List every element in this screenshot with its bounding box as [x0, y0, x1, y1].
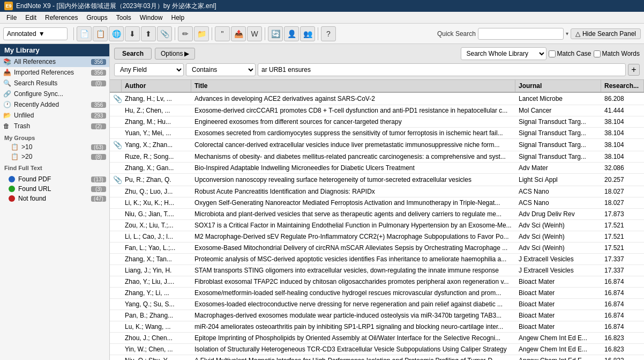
match-case-checkbox[interactable]	[549, 50, 556, 57]
attach-btn[interactable]: 📎	[157, 26, 172, 41]
journal-cell: Angew Chem Int Ed E...	[515, 333, 601, 343]
table-row[interactable]: Zhao, Y.; Liu, J....Fibroblast exosomal …	[110, 276, 644, 288]
author-cell: Fan, L.; Yao, L.;...	[122, 243, 191, 253]
quick-search-input[interactable]	[478, 28, 564, 40]
table-row[interactable]: Zhang, Y.; Li, ...Exosome/metformin-load…	[110, 288, 644, 299]
sidebar-item-found-url[interactable]: Found URL (3)	[0, 184, 109, 194]
menu-references[interactable]: References	[41, 13, 82, 23]
cite-btn[interactable]: "	[215, 26, 230, 41]
search-whole-library-select[interactable]: Search Whole Library	[461, 47, 546, 60]
new-ref-btn[interactable]: 📄	[77, 26, 92, 41]
table-row[interactable]: Liang, J.; Yin, H.STAM transports STING …	[110, 265, 644, 276]
journal-cell: Bioact Mater	[515, 321, 601, 332]
menu-groups[interactable]: Groups	[82, 13, 111, 23]
header-title[interactable]: Title	[191, 80, 515, 92]
title-cell: Oxygen Self-Generating Nanoreactor Media…	[191, 197, 515, 208]
match-words-label[interactable]: Match Words	[594, 50, 640, 57]
author-cell: Yin, W.; Chen, ...	[122, 344, 191, 355]
title-cell: SOX17 is a Critical Factor in Maintainin…	[191, 220, 515, 231]
upload-btn[interactable]: ⬆	[141, 26, 156, 41]
header-journal[interactable]: Journal	[515, 80, 601, 92]
sidebar-item-imported-references[interactable]: 📥 Imported References 356	[0, 67, 109, 78]
table-row[interactable]: Yuan, Y.; Mei, ...Exosomes secreted from…	[110, 128, 644, 139]
sync-btn[interactable]: 🔄	[268, 26, 283, 41]
table-row[interactable]: Yang, Q.; Su, S...Exosomes-loaded electr…	[110, 299, 644, 310]
header-research[interactable]: Research...	[601, 80, 644, 92]
match-words-checkbox[interactable]	[594, 50, 601, 57]
table-row[interactable]: 📎Pu, R.; Zhan, Q.Upconversion nanoscopy …	[110, 174, 644, 186]
table-row[interactable]: 📎Zhang, H.; Lv, ...Advances in developin…	[110, 93, 644, 105]
sep3	[212, 27, 212, 40]
add-row-button[interactable]: +	[628, 64, 640, 76]
sidebar-item-search-results[interactable]: 🔍 Search Results (0)	[0, 78, 109, 89]
not-found-label: Not found	[18, 195, 91, 202]
field-select[interactable]: Any Field Author Title	[114, 63, 184, 76]
sidebar-item-unfiled[interactable]: 📂 Unfiled 293	[0, 110, 109, 121]
table-row[interactable]: Yin, W.; Chen, ...Isolation of Structura…	[110, 344, 644, 355]
title-cell: STAM transports STING oligomers into ext…	[191, 265, 515, 276]
edit-btn[interactable]: ✏	[178, 26, 193, 41]
table-row[interactable]: Pan, B.; Zhang...Macrophages-derived exo…	[110, 310, 644, 321]
table-row[interactable]: Ruze, R.; Song...Mechanisms of obesity- …	[110, 151, 644, 163]
sidebar-item-all-references[interactable]: 📚 All References 356	[0, 56, 109, 67]
menu-edit[interactable]: Edit	[21, 13, 41, 23]
table-row[interactable]: 📎Yang, X.; Zhan...Colorectal cancer-deri…	[110, 139, 644, 151]
share-btn[interactable]: 👤	[284, 26, 299, 41]
word-btn[interactable]: W	[247, 26, 262, 41]
options-button[interactable]: Options ▶	[155, 48, 195, 60]
sidebar-item-found-pdf[interactable]: Found PDF (13)	[0, 174, 109, 184]
sidebar-group-gt10[interactable]: 📋 >10 (63)	[0, 142, 109, 152]
sidebar: My Library 📚 All References 356 📥 Import…	[0, 44, 110, 360]
table-row[interactable]: Li, K.; Xu, K.; H...Oxygen Self-Generati…	[110, 197, 644, 209]
table-row[interactable]: Zhu, Q.; Luo, J...Robust Acute Pancreati…	[110, 186, 644, 197]
group-share-btn[interactable]: 👥	[300, 26, 315, 41]
header-author[interactable]: Author	[122, 80, 191, 92]
table-row[interactable]: Li, L.; Cao, J.; l...M2 Macrophage-Deriv…	[110, 231, 644, 243]
table-row[interactable]: Zhou, J.; Chen...Epitope Imprinting of P…	[110, 333, 644, 344]
table-row[interactable]: Zhang, M.; Hu...Engineered exosomes from…	[110, 116, 644, 128]
journal-cell: Adv Sci (Weinh)	[515, 243, 601, 253]
table-row[interactable]: Zou, X.; Liu, T.;...SOX17 is a Critical …	[110, 220, 644, 231]
header-icon[interactable]	[110, 80, 122, 92]
table-row[interactable]: Lu, K.; Wang, ...miR-204 ameliorates ost…	[110, 321, 644, 333]
table-row[interactable]: Zhang, X.; Gan...Bio-Inspired Adaptable …	[110, 163, 644, 174]
sidebar-group-gt20[interactable]: 📋 >20 (8)	[0, 152, 109, 161]
menu-file[interactable]: File	[2, 13, 21, 23]
table-row[interactable]: Niu, Q.; Shu, Y...A Fluid Multivalent Ma…	[110, 355, 644, 360]
sidebar-item-trash[interactable]: 🗑 Trash (2)	[0, 121, 109, 131]
copy-btn[interactable]: 📁	[194, 26, 209, 41]
author-cell: Zhang, X.; Gan...	[122, 163, 191, 173]
all-refs-label: All References	[14, 58, 91, 65]
menu-window[interactable]: Window	[136, 13, 167, 23]
download-btn[interactable]: ⬇	[125, 26, 140, 41]
research-cell: 16.874	[601, 321, 644, 332]
online-search-btn[interactable]: 🌐	[109, 26, 124, 41]
search-text-input[interactable]	[258, 63, 626, 76]
sidebar-item-not-found[interactable]: Not found (47)	[0, 194, 109, 203]
sidebar-item-configure-sync[interactable]: 🔗 Configure Sync...	[0, 89, 109, 99]
reference-table: Author Title Journal Research... 📎Zhang,…	[110, 80, 644, 360]
journal-cell: J Extracell Vesicles	[515, 254, 601, 265]
journal-cell: Adv Sci (Weinh)	[515, 220, 601, 231]
author-cell: Zhang, M.; Hu...	[122, 116, 191, 127]
export-btn[interactable]: 📤	[231, 26, 246, 41]
annotated-dropdown[interactable]: Annotated ▼	[3, 27, 68, 40]
all-refs-icon: 📚	[3, 58, 12, 65]
table-row[interactable]: Niu, G.; Jian, T....Microbiota and plant…	[110, 209, 644, 220]
help-btn[interactable]: ?	[321, 26, 336, 41]
new-group-btn[interactable]: 📋	[93, 26, 108, 41]
table-row[interactable]: Zhang, X.; Tan...Proteomic analysis of M…	[110, 254, 644, 265]
contains-select[interactable]: Contains Does Not Contain	[186, 63, 256, 76]
sidebar-item-recently-added[interactable]: 🕐 Recently Added 356	[0, 99, 109, 110]
menu-tools[interactable]: Tools	[112, 13, 136, 23]
match-case-label[interactable]: Match Case	[549, 50, 591, 57]
search-button[interactable]: Search	[114, 48, 152, 60]
title-cell: A Fluid Multivalent Magnetic Interface f…	[191, 355, 515, 360]
table-row[interactable]: Hu, Z.; Chen, ...Exosome-derived circCCA…	[110, 105, 644, 116]
hide-panel-btn[interactable]: △ Hide Search Panel	[571, 28, 641, 39]
menu-help[interactable]: Help	[167, 13, 189, 23]
author-cell: Zhang, Y.; Li, ...	[122, 288, 191, 298]
found-pdf-dot	[9, 176, 15, 182]
author-cell: Zou, X.; Liu, T.;...	[122, 220, 191, 231]
table-row[interactable]: Fan, L.; Yao, L.;...Exosome-Based Mitoch…	[110, 243, 644, 254]
